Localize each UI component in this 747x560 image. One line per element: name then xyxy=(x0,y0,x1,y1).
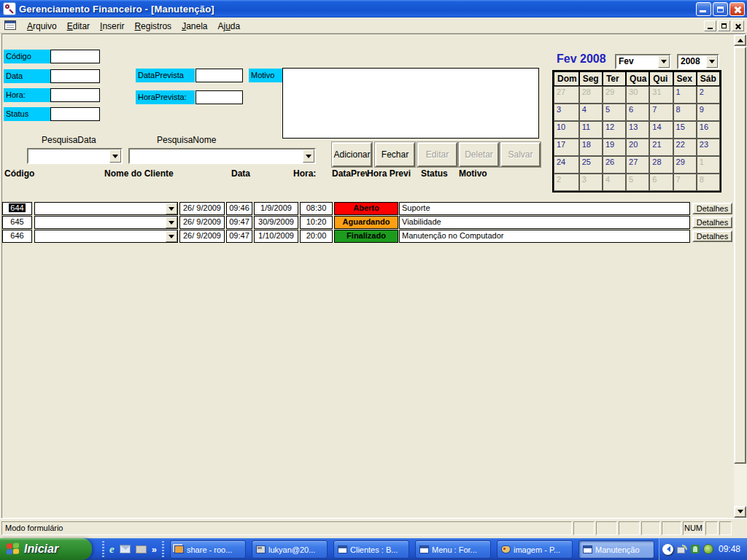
taskbar-task-3[interactable]: Clientes : B... xyxy=(333,540,409,559)
chevron-down-icon[interactable] xyxy=(166,217,177,228)
tray-chevron-icon[interactable] xyxy=(662,544,673,555)
detalhes-button[interactable]: Detalhes xyxy=(692,217,732,228)
detalhes-button[interactable]: Detalhes xyxy=(692,230,732,242)
scroll-up-button[interactable] xyxy=(734,34,746,46)
status-input[interactable] xyxy=(50,107,100,121)
calendar-day[interactable]: 25 xyxy=(579,156,603,174)
taskbar-task-5[interactable]: imagem - P... xyxy=(497,540,573,559)
calendar-day[interactable]: 22 xyxy=(673,139,697,156)
chevron-down-icon[interactable] xyxy=(166,230,177,242)
hora-prevista-input[interactable] xyxy=(196,90,243,104)
calendar-day[interactable]: 29 xyxy=(603,86,626,104)
month-combobox[interactable]: Fev xyxy=(615,54,671,69)
scrollbar-thumb[interactable] xyxy=(734,47,746,464)
calendar-day[interactable]: 7 xyxy=(649,104,673,121)
calendar-day[interactable]: 9 xyxy=(697,104,720,121)
calendar-day[interactable]: 1 xyxy=(697,156,720,174)
mdi-close-button[interactable] xyxy=(732,20,744,31)
hora-input[interactable] xyxy=(50,88,100,102)
calendar-day[interactable]: 16 xyxy=(697,121,720,139)
calendar-day[interactable]: 6 xyxy=(626,104,649,121)
calendar-day[interactable]: 1 xyxy=(673,86,697,104)
calendar-day[interactable]: 29 xyxy=(673,156,697,174)
calendar-day[interactable]: 31 xyxy=(649,86,673,104)
calendar-day[interactable]: 12 xyxy=(603,121,626,139)
row-cliente-combobox[interactable] xyxy=(34,230,178,243)
calendar-day[interactable]: 8 xyxy=(697,174,720,191)
start-button[interactable]: Iniciar xyxy=(0,538,92,560)
taskbar-task-1[interactable]: share - roo... xyxy=(170,540,246,559)
desktop-icon[interactable] xyxy=(136,545,147,553)
codigo-input[interactable] xyxy=(50,50,100,63)
row-codigo-cell[interactable]: 646 xyxy=(2,230,32,243)
agent-icon[interactable] xyxy=(691,545,700,553)
calendar-day[interactable]: 13 xyxy=(626,121,649,139)
calendar-day[interactable]: 4 xyxy=(603,174,626,191)
motivo-textarea[interactable] xyxy=(282,68,539,139)
calendar-day[interactable]: 7 xyxy=(673,174,697,191)
ie-icon[interactable]: e xyxy=(109,543,115,556)
menu-item-arquivo[interactable]: Arquivo xyxy=(22,19,62,34)
calendar-day[interactable]: 10 xyxy=(554,121,579,139)
calendar-day[interactable]: 20 xyxy=(626,139,649,156)
close-button[interactable] xyxy=(729,2,745,16)
calendar-day[interactable]: 30 xyxy=(626,86,649,104)
chevron-down-icon[interactable] xyxy=(166,203,177,214)
calendar-day[interactable]: 23 xyxy=(697,139,720,156)
row-codigo-cell[interactable]: 645 xyxy=(2,216,32,229)
calendar-day[interactable]: 11 xyxy=(579,121,603,139)
antivirus-icon[interactable] xyxy=(703,544,713,554)
calendar-day[interactable]: 14 xyxy=(649,121,673,139)
data-input[interactable] xyxy=(50,69,100,83)
calendar-day[interactable]: 17 xyxy=(554,139,579,156)
calendar-day[interactable]: 27 xyxy=(626,156,649,174)
row-cliente-combobox[interactable] xyxy=(34,216,178,229)
menu-item-ajuda[interactable]: Ajuda xyxy=(213,19,246,34)
overflow-chevron-icon[interactable]: » xyxy=(152,544,157,555)
taskbar-task-2[interactable]: lukyan@20... xyxy=(252,540,328,559)
menu-item-registros[interactable]: Registros xyxy=(129,19,177,34)
chevron-down-icon[interactable] xyxy=(303,149,314,163)
menu-item-editar[interactable]: Editar xyxy=(62,19,95,34)
network-icon[interactable] xyxy=(677,545,687,553)
calendar-day[interactable]: 2 xyxy=(554,174,579,191)
menu-item-inserir[interactable]: Inserir xyxy=(95,19,129,34)
calendar-day[interactable]: 21 xyxy=(649,139,673,156)
fechar-button[interactable]: Fechar xyxy=(375,142,415,167)
year-combobox[interactable]: 2008 xyxy=(677,54,719,69)
chevron-down-icon[interactable] xyxy=(706,55,718,68)
calendar-day[interactable]: 6 xyxy=(649,174,673,191)
adicionar-button[interactable]: Adicionar xyxy=(332,142,372,167)
taskbar-task-4[interactable]: Menu : For... xyxy=(415,540,491,559)
mail-icon[interactable] xyxy=(120,545,131,553)
mdi-restore-button[interactable] xyxy=(718,20,730,31)
scroll-down-button[interactable] xyxy=(734,506,746,518)
calendar-day[interactable]: 3 xyxy=(554,104,579,121)
calendar-day[interactable]: 2 xyxy=(697,86,720,104)
calendar-day[interactable]: 5 xyxy=(603,104,626,121)
chevron-down-icon[interactable] xyxy=(658,55,670,68)
calendar-day[interactable]: 27 xyxy=(554,86,579,104)
restore-button[interactable] xyxy=(713,2,728,16)
calendar-day[interactable]: 15 xyxy=(673,121,697,139)
menu-item-janela[interactable]: Janela xyxy=(177,19,212,34)
data-prevista-input[interactable] xyxy=(196,69,243,82)
calendar-day[interactable]: 18 xyxy=(579,139,603,156)
mdi-minimize-button[interactable] xyxy=(704,20,716,31)
calendar-day[interactable]: 26 xyxy=(603,156,626,174)
calendar-day[interactable]: 19 xyxy=(603,139,626,156)
calendar-day[interactable]: 28 xyxy=(579,86,603,104)
calendar-day[interactable]: 5 xyxy=(626,174,649,191)
calendar-day[interactable]: 28 xyxy=(649,156,673,174)
detalhes-button[interactable]: Detalhes xyxy=(692,203,732,214)
calendar-day[interactable]: 24 xyxy=(554,156,579,174)
calendar-day[interactable]: 4 xyxy=(579,104,603,121)
pesquisa-data-combobox[interactable] xyxy=(27,148,123,164)
minimize-button[interactable] xyxy=(696,2,711,16)
calendar-day[interactable]: 3 xyxy=(579,174,603,191)
pesquisa-nome-combobox[interactable] xyxy=(128,148,316,164)
row-cliente-combobox[interactable] xyxy=(34,202,178,215)
calendar-day[interactable]: 8 xyxy=(673,104,697,121)
chevron-down-icon[interactable] xyxy=(109,149,121,163)
vertical-scrollbar[interactable] xyxy=(734,34,746,518)
